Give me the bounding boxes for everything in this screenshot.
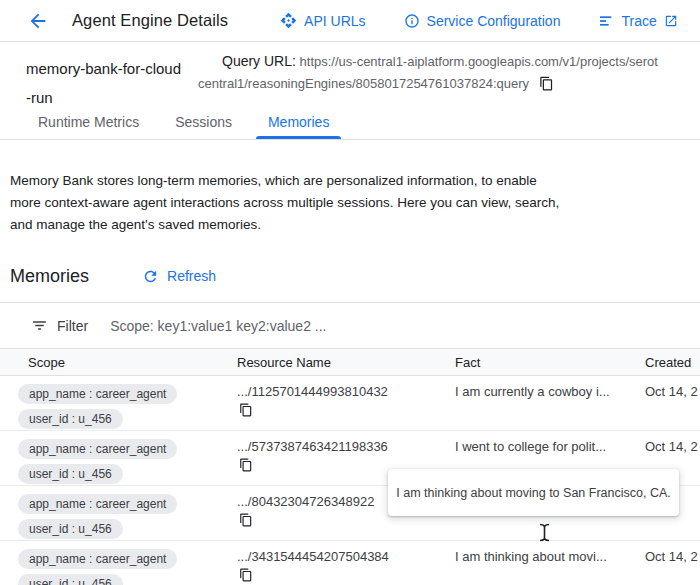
- fact-cell[interactable]: I am currently a cowboy i...: [455, 384, 645, 434]
- tab-sessions[interactable]: Sessions: [157, 105, 250, 139]
- open-in-new-icon: [664, 14, 678, 28]
- fact-tooltip: I am thinking about moving to San Franci…: [388, 469, 679, 516]
- text-ibeam-cursor-icon: [538, 523, 551, 542]
- scope-chip-app-name: app_name : career_agent: [18, 439, 177, 459]
- app-bar: Agent Engine Details API URLs Service Co…: [0, 0, 700, 42]
- resource-name-text: .../3431544454207504384: [237, 549, 455, 564]
- copy-icon: [239, 458, 253, 472]
- copy-icon: [239, 513, 253, 527]
- scope-cell: app_name : career_agent user_id : u_456: [0, 549, 237, 585]
- engine-info-section: memory-bank-for-cloud-run Query URL: htt…: [0, 42, 700, 105]
- agent-engine-details-page: Agent Engine Details API URLs Service Co…: [0, 0, 700, 585]
- tab-memories-label: Memories: [268, 114, 329, 130]
- scope-cell: app_name : career_agent user_id : u_456: [0, 439, 237, 489]
- api-urls-label: API URLs: [304, 13, 365, 29]
- tab-runtime-metrics[interactable]: Runtime Metrics: [20, 105, 157, 139]
- table-header-row: Scope Resource Name Fact Created: [0, 349, 700, 376]
- column-header-scope: Scope: [0, 355, 237, 370]
- scope-cell: app_name : career_agent user_id : u_456: [0, 494, 237, 544]
- scope-chip-user-id: user_id : u_456: [18, 519, 123, 539]
- filter-input[interactable]: [110, 318, 530, 334]
- scope-chip-user-id: user_id : u_456: [18, 409, 123, 429]
- scope-cell: app_name : career_agent user_id : u_456: [0, 384, 237, 434]
- memories-section-title: Memories: [10, 266, 89, 287]
- scope-chip-app-name: app_name : career_agent: [18, 494, 177, 514]
- copy-query-url-button[interactable]: [539, 76, 554, 91]
- tab-bar: Runtime Metrics Sessions Memories: [0, 105, 700, 140]
- copy-icon: [239, 568, 253, 582]
- query-url-value-line2: central1/reasoningEngines/80580172547610…: [198, 76, 529, 91]
- query-url-line2: central1/reasoningEngines/80580172547610…: [198, 76, 698, 91]
- tab-sessions-label: Sessions: [175, 114, 232, 130]
- arrow-back-icon: [27, 10, 49, 32]
- tab-runtime-metrics-label: Runtime Metrics: [38, 114, 139, 130]
- memories-heading-row: Memories Refresh: [10, 261, 700, 291]
- resource-name-cell: .../1125701444993810432: [237, 384, 455, 434]
- table-row: app_name : career_agent user_id : u_456 …: [0, 541, 700, 585]
- created-cell: Oct 14, 2: [645, 384, 700, 434]
- resource-name-text: .../1125701444993810432: [237, 384, 455, 399]
- trace-bars-icon: [598, 13, 614, 29]
- resource-name-cell: .../3431544454207504384: [237, 549, 455, 585]
- refresh-label: Refresh: [167, 268, 216, 284]
- service-configuration-label: Service Configuration: [427, 13, 561, 29]
- scope-chip-app-name: app_name : career_agent: [18, 549, 177, 569]
- engine-name: memory-bank-for-cloud-run: [26, 54, 186, 112]
- scope-chip-user-id: user_id : u_456: [18, 574, 123, 585]
- column-header-created: Created: [645, 355, 700, 370]
- query-url-value-line1: https://us-central1-aiplatform.googleapi…: [300, 54, 658, 69]
- trace-label: Trace: [621, 13, 656, 29]
- page-title: Agent Engine Details: [72, 11, 228, 30]
- memories-table: Scope Resource Name Fact Created app_nam…: [0, 349, 700, 585]
- query-url-label: Query URL:: [222, 53, 296, 69]
- app-bar-actions: API URLs Service Configuration Trace: [280, 12, 678, 29]
- service-configuration-button[interactable]: Service Configuration: [404, 13, 561, 29]
- copy-icon: [539, 76, 554, 91]
- filter-bar[interactable]: Filter: [0, 303, 700, 349]
- query-url-block: Query URL: https://us-central1-aiplatfor…: [198, 53, 698, 91]
- filter-label: Filter: [57, 318, 88, 334]
- table-row: app_name : career_agent user_id : u_456 …: [0, 376, 700, 431]
- info-circle-icon: [404, 13, 420, 29]
- query-url-line1: Query URL: https://us-central1-aiplatfor…: [222, 53, 698, 69]
- api-urls-button[interactable]: API URLs: [280, 12, 365, 29]
- trace-button[interactable]: Trace: [598, 13, 677, 29]
- column-header-fact: Fact: [455, 355, 645, 370]
- tab-memories[interactable]: Memories: [250, 105, 347, 139]
- filter-list-icon: [31, 317, 48, 334]
- refresh-icon: [142, 268, 159, 285]
- copy-resource-name-button[interactable]: [239, 403, 253, 417]
- refresh-button[interactable]: Refresh: [142, 268, 216, 285]
- api-icon: [280, 12, 297, 29]
- scope-chip-app-name: app_name : career_agent: [18, 384, 177, 404]
- copy-icon: [239, 403, 253, 417]
- created-cell: Oct 14, 2: [645, 549, 700, 585]
- copy-resource-name-button[interactable]: [239, 513, 253, 527]
- back-button[interactable]: [26, 9, 50, 33]
- copy-resource-name-button[interactable]: [239, 568, 253, 582]
- column-header-resource-name: Resource Name: [237, 355, 455, 370]
- fact-cell[interactable]: I am thinking about movi...: [455, 549, 645, 585]
- copy-resource-name-button[interactable]: [239, 458, 253, 472]
- memory-bank-description: Memory Bank stores long-term memories, w…: [10, 170, 562, 236]
- resource-name-text: .../5737387463421198336: [237, 439, 455, 454]
- scope-chip-user-id: user_id : u_456: [18, 464, 123, 484]
